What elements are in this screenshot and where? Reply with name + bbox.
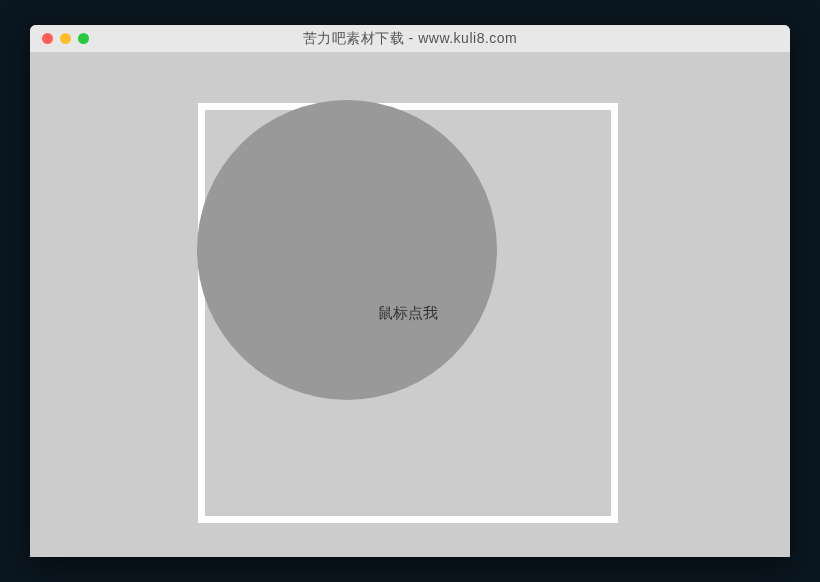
bounding-box: 鼠标点我 (198, 103, 618, 523)
app-window: 苦力吧素材下载 - www.kuli8.com 鼠标点我 (30, 25, 790, 557)
maximize-icon[interactable] (78, 33, 89, 44)
window-title: 苦力吧素材下载 - www.kuli8.com (30, 30, 790, 48)
draggable-circle[interactable] (197, 100, 497, 400)
titlebar: 苦力吧素材下载 - www.kuli8.com (30, 25, 790, 53)
close-icon[interactable] (42, 33, 53, 44)
center-label[interactable]: 鼠标点我 (378, 304, 438, 323)
minimize-icon[interactable] (60, 33, 71, 44)
traffic-light-group (42, 33, 89, 44)
content-area[interactable]: 鼠标点我 (30, 53, 790, 557)
